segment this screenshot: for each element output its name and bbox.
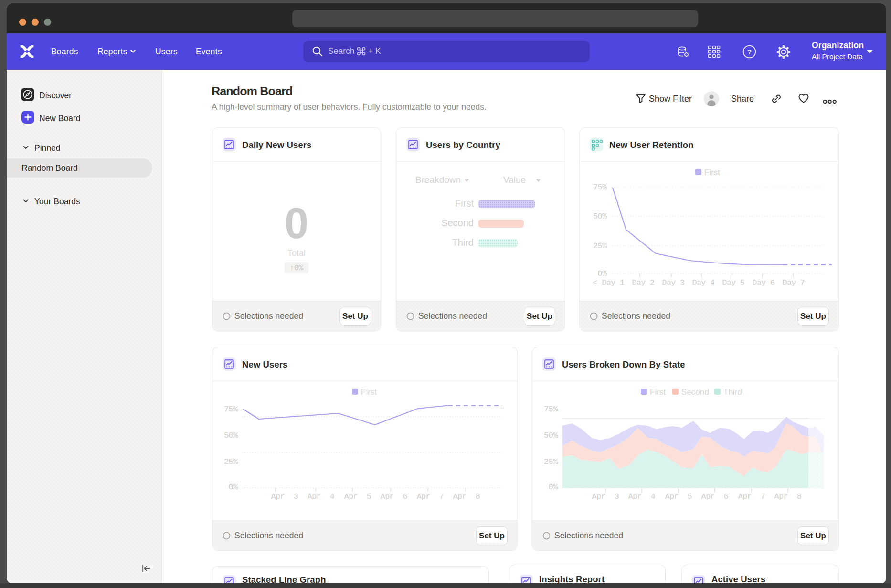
svg-text:?: ? [747, 48, 752, 56]
